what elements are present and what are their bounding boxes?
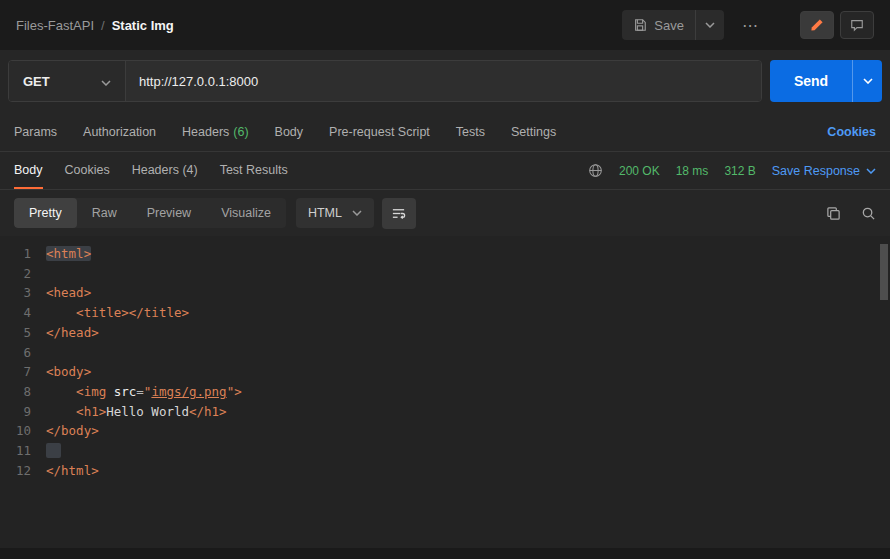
search-icon[interactable] (861, 206, 876, 221)
code-content: </html> (46, 461, 99, 481)
globe-icon[interactable] (588, 163, 603, 178)
word-wrap-button[interactable] (382, 198, 416, 229)
code-content: <body> (46, 362, 91, 382)
tab-headers[interactable]: Headers (6) (182, 125, 249, 139)
more-options-button[interactable]: ⋯ (736, 16, 766, 35)
code-token: <body> (46, 364, 91, 379)
scrollbar-thumb[interactable] (880, 244, 888, 300)
tab-pre-request-script[interactable]: Pre-request Script (329, 125, 430, 139)
save-button-label: Save (654, 18, 684, 33)
code-line: 2 (0, 264, 890, 284)
url-input[interactable] (126, 61, 761, 101)
request-tabs: Params Authorization Headers (6) Body Pr… (0, 112, 890, 152)
response-size: 312 B (724, 164, 755, 178)
response-tab-body[interactable]: Body (14, 152, 43, 189)
line-number: 9 (0, 402, 46, 422)
method-label: GET (23, 74, 50, 89)
code-lines: 1<html>23<head>4 <title></title>5</head>… (0, 244, 890, 480)
code-token: </h1> (189, 404, 227, 419)
code-token (46, 443, 61, 458)
code-token: "> (227, 384, 242, 399)
method-select[interactable]: GET (9, 61, 126, 101)
response-header: Body Cookies Headers (4) Test Results 20… (0, 152, 890, 190)
breadcrumb-workspace[interactable]: Files-FastAPI (16, 18, 94, 33)
response-meta: 200 OK 18 ms 312 B Save Response (588, 163, 876, 178)
code-line: 6 (0, 343, 890, 363)
line-number: 6 (0, 343, 46, 363)
code-token: </head> (46, 325, 99, 340)
code-line: 3<head> (0, 283, 890, 303)
response-tab-test-results[interactable]: Test Results (220, 152, 288, 189)
code-token: </html> (46, 463, 99, 478)
code-content: <head> (46, 283, 91, 303)
code-token: </body> (46, 423, 99, 438)
tab-authorization[interactable]: Authorization (83, 125, 156, 139)
send-button[interactable]: Send (770, 60, 882, 102)
mode-visualize[interactable]: Visualize (206, 198, 286, 228)
tab-settings[interactable]: Settings (511, 125, 556, 139)
line-number: 8 (0, 382, 46, 402)
url-group: GET (8, 60, 762, 102)
save-dropdown-button[interactable] (695, 10, 724, 40)
save-button[interactable]: Save (622, 10, 724, 40)
comments-button[interactable] (840, 11, 874, 39)
viewer-right-tools (826, 206, 876, 221)
code-token: <h1> (76, 404, 106, 419)
chevron-down-icon (352, 210, 362, 216)
mode-pretty[interactable]: Pretty (14, 198, 77, 228)
response-body-code[interactable]: 1<html>23<head>4 <title></title>5</head>… (0, 236, 890, 548)
tab-body[interactable]: Body (275, 125, 304, 139)
code-line: 8 <img src="imgs/g.png"> (0, 382, 890, 402)
code-content: <img src="imgs/g.png"> (46, 382, 242, 402)
code-token (46, 384, 76, 399)
mode-preview[interactable]: Preview (132, 198, 206, 228)
view-mode-group: Pretty Raw Preview Visualize (14, 198, 286, 228)
top-bar: Files-FastAPI / Static Img Save ⋯ (0, 0, 890, 50)
tab-params[interactable]: Params (14, 125, 57, 139)
chevron-down-icon (863, 78, 873, 84)
headers-count-badge: (6) (233, 125, 248, 139)
cookies-link[interactable]: Cookies (827, 125, 876, 139)
response-tab-cookies[interactable]: Cookies (65, 152, 110, 189)
code-line: 9 <h1>Hello World</h1> (0, 402, 890, 422)
status-bar (0, 548, 890, 559)
chevron-down-icon (101, 74, 111, 89)
code-token: <head> (46, 285, 91, 300)
edit-documentation-button[interactable] (800, 11, 834, 39)
line-number: 5 (0, 323, 46, 343)
code-content: </body> (46, 421, 99, 441)
save-icon (633, 18, 647, 32)
line-number: 11 (0, 441, 46, 461)
send-dropdown-button[interactable] (852, 60, 882, 102)
code-token: <html> (46, 246, 91, 261)
save-response-button[interactable]: Save Response (772, 164, 876, 178)
tab-headers-label: Headers (182, 125, 229, 139)
code-link[interactable]: imgs/g.png (151, 384, 226, 399)
code-content: <title></title> (46, 303, 189, 323)
language-select[interactable]: HTML (296, 198, 374, 228)
language-label: HTML (308, 206, 342, 220)
response-viewer-toolbar: Pretty Raw Preview Visualize HTML (0, 190, 890, 236)
code-line: 10</body> (0, 421, 890, 441)
breadcrumb-separator: / (101, 18, 105, 33)
request-url-row: GET Send (0, 50, 890, 112)
code-line: 12</html> (0, 461, 890, 481)
save-button-main[interactable]: Save (622, 10, 695, 40)
code-token (46, 404, 76, 419)
response-tab-headers[interactable]: Headers (4) (132, 152, 198, 189)
code-content: <h1>Hello World</h1> (46, 402, 227, 422)
breadcrumb-request-name: Static Img (112, 18, 174, 33)
line-number: 4 (0, 303, 46, 323)
mode-raw[interactable]: Raw (77, 198, 132, 228)
code-token: src (114, 384, 137, 399)
code-content (46, 441, 61, 461)
code-token: Hello World (106, 404, 189, 419)
breadcrumb: Files-FastAPI / Static Img (16, 18, 174, 33)
copy-icon[interactable] (826, 206, 841, 221)
line-number: 10 (0, 421, 46, 441)
tab-tests[interactable]: Tests (456, 125, 485, 139)
line-number: 2 (0, 264, 46, 284)
send-button-label[interactable]: Send (770, 60, 852, 102)
code-line: 4 <title></title> (0, 303, 890, 323)
response-tabs: Body Cookies Headers (4) Test Results (14, 152, 288, 189)
